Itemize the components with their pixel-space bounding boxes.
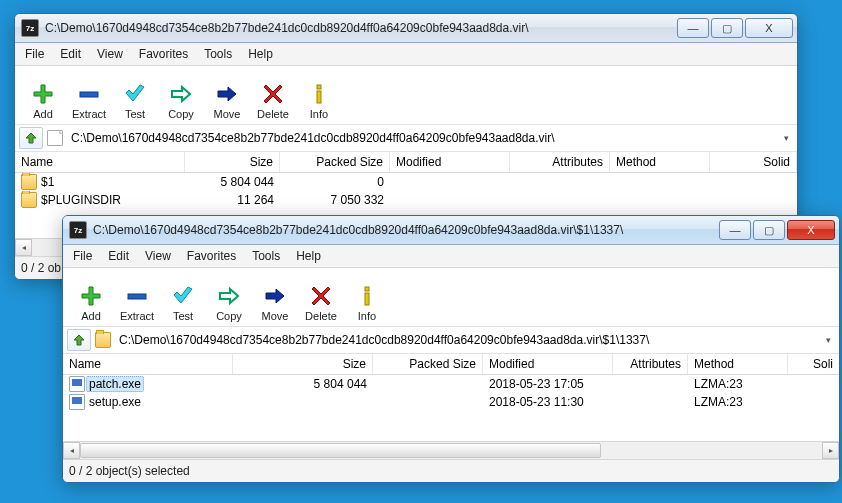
addressbar: C:\Demo\1670d4948cd7354ce8b2b77bde241dc0… <box>63 327 839 354</box>
minimize-button[interactable]: — <box>677 18 709 38</box>
scroll-left-icon[interactable]: ◂ <box>15 239 32 256</box>
plus-icon <box>31 82 55 106</box>
info-icon <box>355 284 379 308</box>
addressbar: C:\Demo\1670d4948cd7354ce8b2b77bde241dc0… <box>15 125 797 152</box>
col-size[interactable]: Size <box>233 354 373 374</box>
col-name[interactable]: Name <box>63 354 233 374</box>
close-button[interactable]: X <box>787 220 835 240</box>
menu-tools[interactable]: Tools <box>244 245 288 267</box>
col-solid[interactable]: Soli <box>788 354 839 374</box>
toolbar-delete[interactable]: Delete <box>251 82 295 120</box>
chevron-down-icon[interactable]: ▾ <box>821 335 835 345</box>
plus-icon <box>79 284 103 308</box>
close-button[interactable]: X <box>745 18 793 38</box>
toolbar-copy[interactable]: Copy <box>159 82 203 120</box>
menu-view[interactable]: View <box>137 245 179 267</box>
toolbar-info[interactable]: Info <box>297 82 341 120</box>
menu-help[interactable]: Help <box>288 245 329 267</box>
toolbar-delete-label: Delete <box>257 108 289 120</box>
toolbar-copy[interactable]: Copy <box>207 284 251 322</box>
col-size[interactable]: Size <box>185 152 280 172</box>
titlebar[interactable]: 7z C:\Demo\1670d4948cd7354ce8b2b77bde241… <box>63 216 839 245</box>
col-solid[interactable]: Solid <box>710 152 797 172</box>
toolbar-add[interactable]: Add <box>69 284 113 322</box>
toolbar-info-label: Info <box>310 108 328 120</box>
scroll-track[interactable] <box>80 442 822 459</box>
svg-rect-1 <box>317 85 321 89</box>
list-item[interactable]: setup.exe 2018-05-23 11:30 LZMA:23 <box>63 393 839 411</box>
toolbar-extract[interactable]: Extract <box>115 284 159 322</box>
menubar: File Edit View Favorites Tools Help <box>63 245 839 268</box>
col-attributes[interactable]: Attributes <box>613 354 688 374</box>
toolbar-move-label: Move <box>262 310 289 322</box>
up-button[interactable] <box>19 127 43 149</box>
col-attributes[interactable]: Attributes <box>510 152 610 172</box>
scroll-left-icon[interactable]: ◂ <box>63 442 80 459</box>
status-text: 0 / 2 ob <box>21 261 61 275</box>
col-name[interactable]: Name <box>15 152 185 172</box>
svg-rect-4 <box>365 287 369 291</box>
minus-icon <box>125 284 149 308</box>
list-item[interactable]: $PLUGINSDIR 11 264 7 050 332 <box>15 191 797 209</box>
statusbar: 0 / 2 object(s) selected <box>63 459 839 482</box>
menu-file[interactable]: File <box>17 43 52 65</box>
minimize-button[interactable]: — <box>719 220 751 240</box>
maximize-button[interactable]: ▢ <box>753 220 785 240</box>
toolbar-copy-label: Copy <box>168 108 194 120</box>
col-packed[interactable]: Packed Size <box>373 354 483 374</box>
col-method[interactable]: Method <box>610 152 710 172</box>
exe-icon <box>69 394 85 410</box>
menu-favorites[interactable]: Favorites <box>179 245 244 267</box>
menu-tools[interactable]: Tools <box>196 43 240 65</box>
toolbar-delete[interactable]: Delete <box>299 284 343 322</box>
toolbar-test[interactable]: Test <box>113 82 157 120</box>
list-item[interactable]: patch.exe 5 804 044 2018-05-23 17:05 LZM… <box>63 375 839 393</box>
window-title: C:\Demo\1670d4948cd7354ce8b2b77bde241dc0… <box>45 21 671 35</box>
folder-icon <box>95 332 111 348</box>
titlebar[interactable]: 7z C:\Demo\1670d4948cd7354ce8b2b77bde241… <box>15 14 797 43</box>
file-list[interactable]: patch.exe 5 804 044 2018-05-23 17:05 LZM… <box>63 375 839 441</box>
chevron-down-icon[interactable]: ▾ <box>779 133 793 143</box>
toolbar-test[interactable]: Test <box>161 284 205 322</box>
status-text: 0 / 2 object(s) selected <box>69 464 190 478</box>
col-packed[interactable]: Packed Size <box>280 152 390 172</box>
list-item[interactable]: $1 5 804 044 0 <box>15 173 797 191</box>
toolbar-move[interactable]: Move <box>205 82 249 120</box>
menu-favorites[interactable]: Favorites <box>131 43 196 65</box>
svg-rect-2 <box>317 91 321 103</box>
check-icon <box>171 284 195 308</box>
col-method[interactable]: Method <box>688 354 788 374</box>
toolbar-test-label: Test <box>173 310 193 322</box>
toolbar-move[interactable]: Move <box>253 284 297 322</box>
menubar: File Edit View Favorites Tools Help <box>15 43 797 66</box>
toolbar-add[interactable]: Add <box>21 82 65 120</box>
toolbar-info[interactable]: Info <box>345 284 389 322</box>
column-headers: Name Size Packed Size Modified Attribute… <box>15 152 797 173</box>
menu-edit[interactable]: Edit <box>52 43 89 65</box>
toolbar: Add Extract Test Copy Move <box>15 66 797 125</box>
path-text: C:\Demo\1670d4948cd7354ce8b2b77bde241dc0… <box>71 131 775 145</box>
arrow-right-hollow-icon <box>169 82 193 106</box>
path-input[interactable]: C:\Demo\1670d4948cd7354ce8b2b77bde241dc0… <box>119 333 835 347</box>
check-icon <box>123 82 147 106</box>
col-modified[interactable]: Modified <box>390 152 510 172</box>
up-button[interactable] <box>67 329 91 351</box>
menu-edit[interactable]: Edit <box>100 245 137 267</box>
window-2: 7z C:\Demo\1670d4948cd7354ce8b2b77bde241… <box>62 215 840 483</box>
col-modified[interactable]: Modified <box>483 354 613 374</box>
menu-file[interactable]: File <box>65 245 100 267</box>
arrow-right-hollow-icon <box>217 284 241 308</box>
scroll-right-icon[interactable]: ▸ <box>822 442 839 459</box>
app-icon: 7z <box>21 19 39 37</box>
minus-icon <box>77 82 101 106</box>
menu-help[interactable]: Help <box>240 43 281 65</box>
path-input[interactable]: C:\Demo\1670d4948cd7354ce8b2b77bde241dc0… <box>71 131 793 145</box>
scroll-thumb[interactable] <box>80 443 601 458</box>
file-icon <box>47 130 63 146</box>
menu-view[interactable]: View <box>89 43 131 65</box>
toolbar-add-label: Add <box>33 108 53 120</box>
toolbar-extract[interactable]: Extract <box>67 82 111 120</box>
x-icon <box>261 82 285 106</box>
maximize-button[interactable]: ▢ <box>711 18 743 38</box>
horizontal-scrollbar[interactable]: ◂ ▸ <box>63 441 839 459</box>
